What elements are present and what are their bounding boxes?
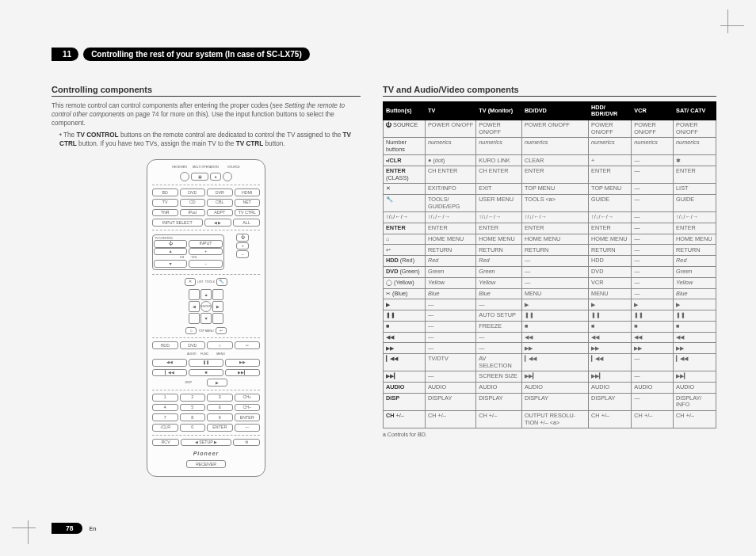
col-header: VCR: [632, 102, 674, 120]
cell: AUDIO: [632, 383, 674, 394]
cell: ↑/↓/←/→: [589, 212, 632, 223]
cell: ▶▶▎: [589, 371, 632, 383]
cell: Yellow: [476, 277, 522, 288]
cell: ▎◀◀: [521, 354, 588, 371]
row-button-name: CH +/–: [384, 410, 426, 428]
cell: AV SELECTION: [476, 354, 522, 371]
cell: ◀◀: [632, 332, 674, 343]
table-row: ▶▶▎—SCREEN SIZE▶▶▎▶▶▎—▶▶▎: [384, 371, 716, 383]
row-button-name: ▶: [384, 299, 426, 310]
cell: —: [632, 195, 674, 212]
cell: SCREEN SIZE: [476, 371, 522, 383]
cell: ■: [521, 321, 588, 332]
bullet-tv-control: The TV CONTROL buttons on the remote con…: [56, 131, 361, 148]
table-row: Number buttonsnumericsnumericsnumericsnu…: [384, 138, 716, 155]
row-button-name: DVD (Green): [384, 267, 426, 278]
cell: ENTER: [589, 223, 632, 234]
cell: ▶▶▎: [521, 371, 588, 383]
row-button-name: ✕: [384, 184, 426, 195]
cell: ↑/↓/←/→: [674, 212, 716, 223]
cell: CH +/–: [674, 410, 716, 428]
cell: Yellow: [674, 277, 716, 288]
cell: ▎◀◀: [674, 354, 716, 371]
cell: —: [632, 288, 674, 299]
table-row: HDD (Red)RedRed—HDD—Red: [384, 256, 716, 267]
cell: HOME MENU: [425, 234, 475, 245]
cell: ENTER: [589, 166, 632, 184]
cell: KURO LINK: [476, 155, 522, 166]
crop-mark-bl: [12, 511, 45, 544]
row-button-name: ◀◀: [384, 332, 426, 343]
cell: DISPLAY: [425, 393, 475, 410]
right-column: TV and Audio/Video components Button(s)T…: [383, 85, 716, 477]
table-row: ↑/↓/←/→↑/↓/←/→↑/↓/←/→↑/↓/←/→↑/↓/←/→—↑/↓/…: [384, 212, 716, 223]
table-row: ◀◀——◀◀◀◀◀◀◀◀: [384, 332, 716, 343]
cell: ❚❚: [589, 310, 632, 322]
cell: —: [425, 310, 475, 322]
cell: CH +/–: [425, 410, 475, 428]
pioneer-logo: Pioneer: [152, 451, 260, 456]
cell: VCR: [589, 277, 632, 288]
cell: —: [521, 267, 588, 278]
cell: ❚❚: [521, 310, 588, 322]
cell: MENU: [521, 288, 588, 299]
cell: numerics: [521, 138, 588, 155]
cell: EXIT/INFO: [425, 184, 475, 195]
table-row: ▶——▶▶▶▶: [384, 299, 716, 310]
col-header: TV: [425, 102, 475, 120]
row-button-name: Number buttons: [384, 138, 426, 155]
row-button-name: ↩: [384, 245, 426, 256]
row-button-name: ↑/↓/←/→: [384, 212, 426, 223]
cell: —: [521, 256, 588, 267]
cell: numerics: [476, 138, 522, 155]
table-row: DVD (Green)GreenGreen—DVD—Green: [384, 267, 716, 278]
cell: numerics: [425, 138, 475, 155]
cell: numerics: [674, 138, 716, 155]
cell: Red: [476, 256, 522, 267]
cell: GUIDE: [674, 195, 716, 212]
cell: Red: [674, 256, 716, 267]
cell: AUDIO: [476, 383, 522, 394]
cell: —: [425, 332, 475, 343]
cell: OUTPUT RESOLU-TION +/– <a>: [521, 410, 588, 428]
cell: +: [589, 155, 632, 166]
cell: ▶▶▎: [674, 371, 716, 383]
cell: ◀◀: [589, 332, 632, 343]
cell: GUIDE: [589, 195, 632, 212]
cell: HDD: [589, 256, 632, 267]
row-button-name: ❚❚: [384, 310, 426, 322]
cell: —: [632, 277, 674, 288]
table-row: CH +/–CH +/–CH +/–OUTPUT RESOLU-TION +/–…: [384, 410, 716, 428]
col-header: HDD/ BDR/DVR: [589, 102, 632, 120]
cell: RETURN: [589, 245, 632, 256]
cell: —: [632, 354, 674, 371]
cell: CH ENTER: [425, 166, 475, 184]
cell: Red: [425, 256, 475, 267]
cell: HOME MENU: [674, 234, 716, 245]
cell: USER MENU: [476, 195, 522, 212]
cell: Blue: [476, 288, 522, 299]
cell: —: [632, 245, 674, 256]
cell: CH ENTER: [476, 166, 522, 184]
cell: RETURN: [476, 245, 522, 256]
cell: —: [632, 223, 674, 234]
cell: Blue: [674, 288, 716, 299]
row-button-name: ENTER: [384, 223, 426, 234]
row-button-name: DISP: [384, 393, 426, 410]
cell: EXIT: [476, 184, 522, 195]
table-row: ◯ (Yellow)YellowYellow—VCR—Yellow: [384, 277, 716, 288]
cell: —: [521, 277, 588, 288]
cell: RETURN: [425, 245, 475, 256]
page-language: En: [89, 526, 96, 531]
table-row: ⏻ SOURCEPOWER ON/OFFPOWER ON/OFFPOWER ON…: [384, 120, 716, 138]
left-column: Controlling components This remote contr…: [52, 85, 361, 477]
row-button-name: ✂ (Blue): [384, 288, 426, 299]
cell: ▶▶: [521, 343, 588, 354]
table-row: ■—FREEZE■■■■: [384, 321, 716, 332]
cell: FREEZE: [476, 321, 522, 332]
cell: RETURN: [521, 245, 588, 256]
cell: ENTER: [425, 223, 475, 234]
cell: numerics: [632, 138, 674, 155]
cell: DVD: [589, 267, 632, 278]
row-button-name: ▶▶: [384, 343, 426, 354]
